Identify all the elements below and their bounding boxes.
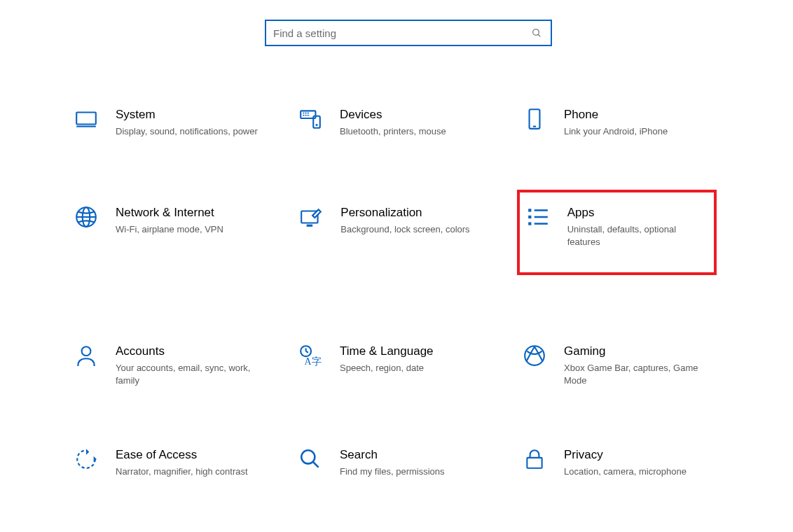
svg-rect-21 — [528, 216, 531, 218]
search-category-icon — [298, 447, 323, 472]
svg-text:A: A — [305, 356, 312, 367]
network-icon — [74, 205, 99, 230]
svg-rect-2 — [76, 112, 96, 124]
tile-system[interactable]: System Display, sound, notifications, po… — [74, 102, 268, 144]
svg-point-32 — [525, 346, 544, 365]
svg-rect-20 — [528, 209, 531, 211]
svg-rect-19 — [307, 225, 313, 227]
tile-desc: Bluetooth, printers, mouse — [340, 125, 487, 138]
svg-line-36 — [313, 462, 318, 467]
tile-title: Search — [340, 447, 492, 463]
tile-desc: Background, lock screen, colors — [340, 223, 488, 236]
tile-devices[interactable]: Devices Bluetooth, printers, mouse — [298, 102, 492, 144]
svg-text:字: 字 — [312, 356, 322, 367]
tile-title: Accounts — [116, 344, 268, 359]
settings-categories: System Display, sound, notifications, po… — [74, 102, 746, 532]
tile-search[interactable]: Search Find my files, permissions — [298, 442, 492, 484]
search-icon — [523, 21, 551, 45]
tile-gaming[interactable]: Gaming Xbox Game Bar, captures, Game Mod… — [522, 338, 717, 393]
svg-line-1 — [538, 34, 540, 36]
privacy-icon — [522, 447, 547, 472]
tile-network[interactable]: Network & Internet Wi-Fi, airplane mode,… — [74, 200, 269, 275]
tile-ease-of-access[interactable]: Ease of Access Narrator, magnifier, high… — [74, 442, 268, 484]
svg-rect-22 — [528, 222, 531, 225]
tile-desc: Your accounts, email, sync, work, family — [116, 362, 263, 387]
svg-rect-3 — [76, 126, 96, 127]
tile-desc: Display, sound, notifications, power — [116, 125, 263, 138]
personalization-icon — [298, 205, 324, 230]
svg-rect-37 — [527, 458, 542, 468]
tile-title: System — [116, 107, 268, 122]
tile-title: Personalization — [340, 205, 494, 220]
tile-title: Apps — [567, 205, 708, 220]
tile-desc: Narrator, magnifier, high contrast — [116, 465, 263, 478]
svg-point-26 — [82, 346, 91, 356]
settings-home: System Display, sound, notifications, po… — [0, 0, 793, 532]
tile-desc: Uninstall, defaults, optional features — [567, 223, 708, 248]
tile-title: Network & Internet — [116, 205, 269, 220]
accounts-icon — [74, 344, 99, 369]
tile-desc: Location, camera, microphone — [564, 465, 711, 478]
svg-marker-33 — [86, 449, 89, 455]
gaming-icon — [522, 344, 547, 369]
tile-title: Ease of Access — [116, 447, 268, 463]
tile-time-language[interactable]: A 字 Time & Language Speech, region, date — [298, 338, 492, 393]
tile-title: Gaming — [564, 344, 717, 359]
svg-point-0 — [533, 29, 539, 36]
tile-title: Devices — [340, 107, 492, 122]
devices-icon — [298, 107, 323, 132]
system-icon — [74, 107, 99, 132]
tile-accounts[interactable]: Accounts Your accounts, email, sync, wor… — [74, 338, 268, 393]
tile-privacy[interactable]: Privacy Location, camera, microphone — [522, 442, 717, 484]
tile-apps[interactable]: Apps Uninstall, defaults, optional featu… — [517, 190, 717, 275]
apps-icon — [525, 205, 551, 230]
tile-title: Phone — [564, 107, 717, 122]
svg-line-29 — [306, 351, 308, 353]
tile-desc: Link your Android, iPhone — [564, 125, 711, 138]
tile-personalization[interactable]: Personalization Background, lock screen,… — [298, 200, 494, 275]
search-box[interactable] — [265, 20, 552, 46]
tile-desc: Xbox Game Bar, captures, Game Mode — [564, 362, 711, 387]
svg-point-35 — [301, 450, 315, 463]
ease-of-access-icon — [74, 447, 99, 472]
tile-title: Time & Language — [340, 344, 492, 359]
tile-desc: Find my files, permissions — [340, 465, 487, 478]
tile-title: Privacy — [564, 447, 717, 463]
svg-point-12 — [315, 124, 317, 126]
search-input[interactable] — [266, 21, 523, 45]
phone-icon — [522, 107, 547, 132]
tile-phone[interactable]: Phone Link your Android, iPhone — [522, 102, 717, 144]
tile-desc: Wi-Fi, airplane mode, VPN — [116, 223, 263, 236]
time-language-icon: A 字 — [298, 344, 323, 369]
tile-desc: Speech, region, date — [340, 362, 487, 374]
